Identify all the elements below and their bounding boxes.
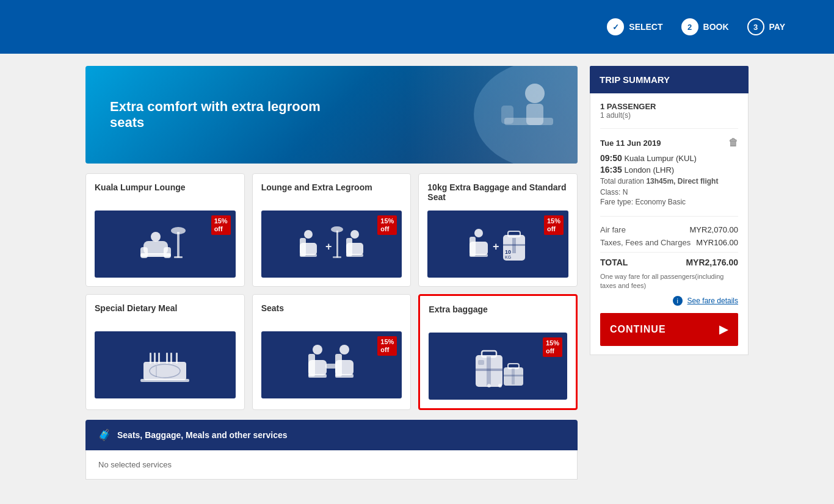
content-area: Extra comfort with extra legroom seats K… [85,66,578,480]
flight-date: Tue 11 Jun 2019 [600,139,661,148]
svg-point-60 [487,384,491,387]
svg-text:10: 10 [505,249,511,255]
services-title: Seats, Baggage, Meals and other services [117,430,288,440]
see-fare-details-link[interactable]: i See fare details [600,296,738,306]
card-title-baggage-seat: 10kg Extra Baggage and Standard Seat [427,182,568,204]
total-row: TOTAL MYR2,176.00 [600,252,738,267]
card-seats[interactable]: Seats [252,294,412,410]
svg-point-1 [525,84,545,103]
duration-label: Total duration [600,177,644,185]
taxes-row: Taxes, Fees and Charges MYR106.00 [600,238,738,247]
card-dietary-meal[interactable]: Special Dietary Meal [85,294,245,410]
svg-rect-52 [335,374,354,378]
step-pay-circle: 3 [747,18,764,35]
svg-rect-54 [325,364,336,369]
trip-summary-body: 1 PASSENGER 1 adult(s) Tue 11 Jun 2019 🗑… [590,93,749,355]
depart-city: Kuala Lumpur (KUL) [624,154,697,163]
discount-badge-legroom: 15%off [377,215,397,235]
svg-point-61 [498,384,502,387]
card-lounge-legroom[interactable]: Lounge and Extra Legroom + [252,173,412,287]
info-icon: i [673,296,683,306]
total-value: MYR2,176.00 [686,257,738,267]
svg-rect-37 [140,379,189,382]
svg-point-19 [331,226,343,232]
svg-rect-8 [164,247,171,258]
services-section: 🧳 Seats, Baggage, Meals and other servic… [85,420,578,480]
card-title-meal: Special Dietary Meal [95,303,236,325]
service-cards-grid: Kuala Lumpur Lounge [85,173,578,410]
svg-point-0 [474,66,578,164]
svg-rect-12 [174,256,183,258]
banner-image [407,66,578,164]
pricing-section: Air fare MYR2,070.00 Taxes, Fees and Cha… [600,225,738,306]
discount-badge-seats: 15%off [377,336,397,356]
svg-rect-65 [512,369,515,384]
card-image-lounge: 15%off [95,211,236,278]
step-select-check: ✓ [612,23,619,32]
fare-type-value: Economy Basic [635,198,686,206]
passenger-section: 1 PASSENGER 1 adult(s) [600,102,738,129]
svg-rect-26 [470,237,476,256]
card-baggage-seat[interactable]: 10kg Extra Baggage and Standard Seat + [418,173,578,287]
svg-text:+: + [493,240,499,253]
step-select-circle: ✓ [607,18,624,35]
trip-summary-header: TRIP SUMMARY [590,66,749,93]
svg-rect-42 [170,353,172,364]
air-fare-label: Air fare [600,225,626,234]
svg-point-24 [350,230,359,239]
taxes-label: Taxes, Fees and Charges [600,238,691,247]
step-pay-label: PAY [769,22,785,32]
svg-rect-27 [470,254,488,257]
svg-rect-10 [177,232,179,257]
svg-rect-15 [300,254,317,257]
svg-rect-14 [300,238,306,256]
svg-point-28 [474,229,483,237]
step-book-number: 2 [687,23,692,32]
svg-text:+: + [325,240,332,253]
main-container: Extra comfort with extra legroom seats K… [0,54,834,492]
card-image-meal [95,331,236,398]
step-pay-number: 3 [753,23,758,32]
see-fare-details-text: See fare details [687,297,738,305]
arrow-right-icon: ▶ [719,323,728,336]
svg-rect-7 [140,247,148,258]
card-image-baggage-seat: + 10 KG 15%off [427,211,568,278]
arrive-city: London (LHR) [624,165,674,175]
card-title-seats: Seats [261,303,402,325]
delete-flight-icon[interactable]: 🗑 [728,137,738,148]
passenger-label: 1 PASSENGER [600,102,738,111]
services-bar: 🧳 Seats, Baggage, Meals and other servic… [85,420,578,450]
one-way-note: One way fare for all passengers(includin… [600,272,738,291]
svg-rect-18 [336,231,338,257]
no-services-label: No selected services [98,460,172,469]
top-navigation: ✓ SELECT 2 BOOK 3 PAY [0,0,834,54]
card-kuala-lumpur-lounge[interactable]: Kuala Lumpur Lounge [85,173,245,287]
fare-type-row: Fare type: Economy Basic [600,198,738,206]
luggage-icon: 🧳 [98,428,111,442]
promo-banner: Extra comfort with extra legroom seats [85,66,578,164]
continue-button[interactable]: CONTINUE ▶ [600,313,738,346]
svg-point-11 [171,227,186,234]
banner-text: Extra comfort with extra legroom seats [110,99,324,131]
depart-time: 09:50 [600,153,622,163]
svg-rect-38 [150,353,151,364]
card-image-extra-baggage: 15%off [429,333,567,400]
class-value: N [623,188,628,196]
svg-point-9 [151,232,161,242]
discount-badge-lounge: 15%off [211,215,231,235]
class-row: Class: N [600,188,738,196]
card-title-legroom: Lounge and Extra Legroom [261,182,402,204]
svg-rect-22 [346,238,352,256]
svg-point-16 [304,230,313,239]
flight-date-row: Tue 11 Jun 2019 🗑 [600,137,738,148]
svg-text:KG: KG [505,255,511,259]
air-fare-row: Air fare MYR2,070.00 [600,225,738,234]
card-extra-baggage[interactable]: Extra baggage [418,294,578,410]
svg-rect-23 [346,254,363,257]
svg-rect-43 [176,353,178,364]
svg-rect-58 [487,356,491,386]
step-book-label: BOOK [703,22,729,32]
svg-rect-39 [154,353,156,364]
svg-rect-4 [501,106,513,124]
passenger-sub: 1 adult(s) [600,111,738,120]
